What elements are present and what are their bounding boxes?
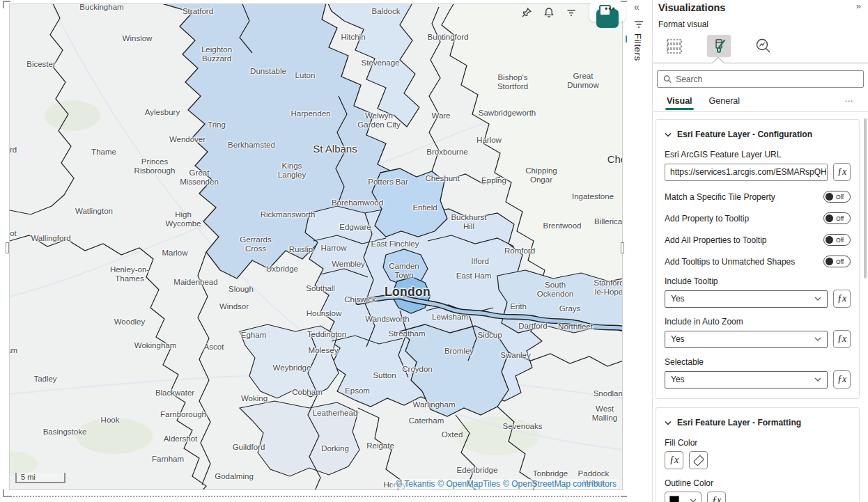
- toggle-add-property-tooltip[interactable]: Off: [823, 212, 851, 224]
- powerbi-workspace: BuckinghamStratfordWinslowBaldockHitchin…: [0, 0, 868, 502]
- tab-more-options[interactable]: …: [844, 93, 854, 104]
- formatting-section-title: Esri Feature Layer - Formatting: [677, 418, 801, 428]
- formatting-section-header[interactable]: Esri Feature Layer - Formatting: [665, 415, 851, 429]
- reset-fill-color-button[interactable]: [689, 451, 708, 469]
- url-field-label: Esri ArcGIS Feature Layer URL: [665, 150, 851, 159]
- toggle-label: Match a Specific Tile Property: [665, 192, 775, 202]
- fx-conditional-format-button[interactable]: ƒx: [833, 330, 851, 348]
- toggle-label: Add Property to Tooltip: [665, 214, 749, 223]
- fx-fill-color-button[interactable]: ƒx: [665, 451, 683, 469]
- map-attribution: © Tekantis© OpenMapTiles© OpenStreetMap …: [392, 479, 618, 489]
- fill-color-label: Fill Color: [665, 438, 851, 448]
- tab-general[interactable]: General: [709, 96, 740, 110]
- dropdown-value: Yes: [671, 375, 685, 384]
- resize-handle-right[interactable]: [621, 242, 624, 253]
- build-visual-tab[interactable]: [662, 35, 686, 57]
- esri-map-visual-container[interactable]: BuckinghamStratfordWinslowBaldockHitchin…: [0, 0, 627, 502]
- include-auto-zoom-dropdown[interactable]: Yes: [665, 331, 828, 348]
- toggle-state: Off: [836, 237, 844, 244]
- map-scale-label: 5 mi: [21, 473, 36, 481]
- expand-filters-icon[interactable]: «: [634, 1, 640, 13]
- formatting-section-card: Esri Feature Layer - Formatting Fill Col…: [656, 407, 860, 502]
- dropdown-label: Selectable: [665, 357, 851, 367]
- filters-pane-collapsed: « Filters: [627, 0, 653, 502]
- page-edge-guide: [6, 496, 624, 497]
- analytics-tab[interactable]: [752, 35, 775, 57]
- config-section-header[interactable]: Esri Feature Layer - Configuration: [665, 127, 851, 141]
- format-search[interactable]: [657, 70, 864, 88]
- toggle-state: Off: [836, 194, 844, 201]
- attribution-link[interactable]: © OpenMapTiles: [437, 479, 500, 489]
- tab-visual[interactable]: Visual: [667, 96, 692, 110]
- include-tooltip-dropdown[interactable]: Yes: [665, 290, 828, 308]
- fx-outline-color-button[interactable]: ƒx: [707, 492, 726, 502]
- dropdown-value: Yes: [671, 294, 685, 304]
- format-visual-tab[interactable]: [707, 35, 731, 57]
- filters-on-visual-icon[interactable]: [566, 7, 577, 18]
- chevron-down-icon: [814, 377, 821, 382]
- toggle-knob: [826, 193, 833, 201]
- fx-conditional-format-button[interactable]: ƒx: [833, 290, 851, 308]
- pane-subtitle: Format visual: [653, 14, 868, 29]
- feature-layer-url-input[interactable]: https://services1.arcgis.com/ESMARspQHYM…: [665, 164, 828, 181]
- toggle-knob: [826, 214, 833, 222]
- pane-title: Visualizations: [658, 2, 725, 13]
- visualizations-pane: Visualizations » Format visual: [653, 0, 868, 502]
- chevron-down-icon: [665, 132, 672, 137]
- toggle-label: Add Tooltips to Unmatched Shapes: [665, 257, 795, 267]
- config-section-title: Esri Feature Layer - Configuration: [677, 130, 812, 139]
- outline-color-label: Outline Color: [665, 478, 851, 488]
- attribution-link[interactable]: © Tekantis: [396, 479, 435, 489]
- search-icon: [663, 74, 672, 84]
- outline-color-picker[interactable]: [665, 492, 702, 502]
- chevron-down-icon: [690, 499, 697, 502]
- filter-funnel-icon[interactable]: [633, 19, 644, 32]
- search-input[interactable]: [676, 74, 858, 84]
- attribution-link[interactable]: © OpenStreetMap contributors: [503, 479, 617, 489]
- resize-handle-bottom-left[interactable]: [3, 489, 9, 496]
- more-options-dots[interactable]: •••: [605, 4, 616, 14]
- toggle-match-tile-property[interactable]: Off: [823, 191, 851, 203]
- chevron-down-icon: [814, 297, 821, 301]
- dropdown-label: Include in Auto Zoom: [665, 317, 851, 327]
- chevron-down-icon: [665, 421, 672, 425]
- pin-icon[interactable]: [521, 7, 532, 18]
- toggle-knob: [826, 258, 833, 265]
- alert-bell-icon[interactable]: [543, 7, 555, 18]
- config-section-card: Esri Feature Layer - Configuration Esri …: [656, 119, 860, 399]
- toggle-tooltips-unmatched-shapes[interactable]: Off: [823, 256, 851, 267]
- collapse-pane-icon[interactable]: »: [856, 1, 861, 11]
- toggle-state: Off: [836, 258, 844, 265]
- toggle-label: Add All Properties to Tooltip: [665, 235, 767, 245]
- toggle-add-all-properties-tooltip[interactable]: Off: [823, 234, 851, 246]
- resize-handle-top-left[interactable]: [3, 1, 9, 7]
- url-value: https://services1.arcgis.com/ESMARspQHYM…: [670, 167, 828, 177]
- pane-scrollbar[interactable]: [864, 118, 867, 279]
- fx-conditional-format-button[interactable]: ƒx: [833, 370, 851, 389]
- filters-pane-title[interactable]: Filters: [633, 33, 643, 61]
- resize-handle-left[interactable]: [6, 242, 9, 253]
- eraser-icon: [692, 455, 704, 466]
- toggle-state: Off: [836, 215, 844, 222]
- map-scale-bar: 5 mi: [15, 473, 65, 483]
- chevron-down-icon: [814, 337, 821, 341]
- selectable-dropdown[interactable]: Yes: [665, 371, 828, 389]
- fx-conditional-format-button[interactable]: ƒx: [833, 163, 851, 181]
- resize-handle-bottom-right[interactable]: [621, 489, 627, 496]
- dropdown-value: Yes: [671, 334, 685, 344]
- color-swatch-black: [669, 496, 679, 502]
- format-pane-tabs: [653, 29, 868, 60]
- toggle-knob: [826, 236, 833, 244]
- dropdown-label: Include Tooltip: [665, 276, 851, 286]
- resize-handle-top-right[interactable]: [621, 1, 627, 7]
- map-polygons: [10, 4, 623, 490]
- esri-map-canvas[interactable]: BuckinghamStratfordWinslowBaldockHitchin…: [9, 3, 623, 490]
